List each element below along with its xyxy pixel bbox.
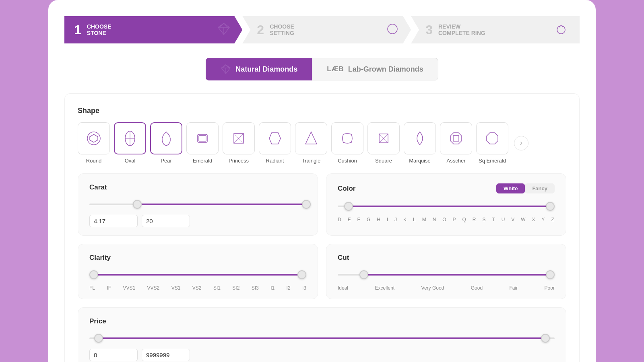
shape-box-radiant[interactable] xyxy=(259,122,291,154)
step-2-label: CHOOSE SETTING xyxy=(270,23,294,36)
step-3-label-top: REVIEW xyxy=(438,23,485,30)
carat-thumb-left[interactable] xyxy=(133,200,142,209)
shape-label-sq-emerald: Sq Emerald xyxy=(479,158,506,164)
cut-labels: IdealExcellentVery GoodGoodFairPoor xyxy=(338,285,555,291)
color-toggle-white[interactable]: White xyxy=(496,183,525,193)
lab-icon: LÆB xyxy=(327,65,344,73)
carat-inputs: 4.17 20 xyxy=(89,215,306,227)
color-track xyxy=(338,206,555,207)
shape-sq-emerald[interactable]: Sq Emerald xyxy=(476,122,508,164)
shape-label-cushion: Cushion xyxy=(338,158,357,164)
svg-point-1 xyxy=(557,26,565,34)
carat-fill xyxy=(137,204,306,205)
shape-triangle[interactable]: Traingle xyxy=(295,122,327,164)
shape-box-princess[interactable] xyxy=(223,122,255,154)
shape-box-emerald[interactable] xyxy=(186,122,219,154)
price-track xyxy=(89,337,555,339)
price-header: Price xyxy=(89,317,555,325)
shape-label-marquise: Marquise xyxy=(409,158,430,164)
shape-box-triangle[interactable] xyxy=(295,122,327,154)
lab-grown-diamonds-tab[interactable]: LÆB Lab-Grown Diamonds xyxy=(312,58,438,80)
cut-track xyxy=(338,274,555,276)
step-3[interactable]: 3 REVIEW COMPLETE RING xyxy=(411,16,580,43)
shape-radiant[interactable]: Radiant xyxy=(259,122,291,164)
color-thumb-right[interactable] xyxy=(546,202,555,211)
svg-rect-17 xyxy=(453,136,459,141)
natural-diamonds-tab[interactable]: Natural Diamonds xyxy=(206,58,312,80)
steps-bar: 1 CHOOSE STONE 2 CHOOSE SETTING xyxy=(64,16,580,43)
color-toggle-fancy[interactable]: Fancy xyxy=(525,183,555,193)
price-fill xyxy=(99,337,545,339)
carat-header: Carat xyxy=(89,183,306,191)
cut-header: Cut xyxy=(338,254,555,262)
shape-box-asscher[interactable] xyxy=(440,122,472,154)
shape-box-pear[interactable] xyxy=(150,122,182,154)
carat-thumb-right[interactable] xyxy=(302,200,311,209)
color-filter: Color White Fancy DEFGHIJKLMNOPQRSTUVWXY… xyxy=(326,173,566,236)
price-slider[interactable] xyxy=(89,333,555,344)
color-fill xyxy=(349,206,550,207)
color-title: Color xyxy=(338,185,355,193)
step-2-label-top: CHOOSE xyxy=(270,23,294,30)
shape-title: Shape xyxy=(78,107,566,115)
color-thumb-left[interactable] xyxy=(344,202,353,211)
cut-thumb-right[interactable] xyxy=(546,270,555,279)
shape-box-round[interactable] xyxy=(78,122,110,154)
shape-oval[interactable]: Oval xyxy=(114,122,146,164)
clarity-header: Clarity xyxy=(89,254,306,262)
shape-box-oval[interactable] xyxy=(114,122,146,154)
circle-icon xyxy=(385,22,400,38)
price-inputs: 0 9999999 xyxy=(89,349,555,361)
lab-grown-diamonds-label: Lab-Grown Diamonds xyxy=(348,65,423,74)
price-filter: Price 0 9999999 xyxy=(78,307,566,362)
svg-point-2 xyxy=(87,132,100,145)
shape-box-sq-emerald[interactable] xyxy=(476,122,508,154)
shape-round[interactable]: Round xyxy=(78,122,110,164)
shape-label-emerald: Emerald xyxy=(193,158,212,164)
shape-label-pear: Pear xyxy=(161,158,171,164)
step-3-label: REVIEW COMPLETE RING xyxy=(438,23,485,36)
carat-title: Carat xyxy=(89,183,107,191)
shape-asscher[interactable]: Asscher xyxy=(440,122,472,164)
price-thumb-right[interactable] xyxy=(541,334,550,343)
shapes-next-button[interactable]: › xyxy=(514,136,528,150)
svg-marker-11 xyxy=(269,133,281,144)
shape-box-square[interactable] xyxy=(367,122,400,154)
cut-slider[interactable] xyxy=(338,269,555,280)
price-max-input[interactable]: 9999999 xyxy=(142,349,190,361)
price-thumb-left[interactable] xyxy=(94,334,103,343)
color-slider[interactable] xyxy=(338,201,555,212)
clarity-fill xyxy=(94,274,302,276)
step-1-label-bot: STONE xyxy=(87,30,111,36)
clarity-thumb-left[interactable] xyxy=(89,270,98,279)
svg-marker-12 xyxy=(305,132,317,144)
shape-pear[interactable]: Pear xyxy=(150,122,182,164)
shape-label-princess: Princess xyxy=(229,158,249,164)
step-1-number: 1 xyxy=(74,23,81,36)
clarity-thumb-right[interactable] xyxy=(297,270,306,279)
clarity-slider[interactable] xyxy=(89,269,306,280)
step-2-number: 2 xyxy=(257,23,264,36)
carat-min-input[interactable]: 4.17 xyxy=(89,215,138,227)
diamond-icon xyxy=(217,22,231,38)
shape-box-cushion[interactable] xyxy=(331,122,363,154)
clarity-track xyxy=(89,274,306,276)
shapes-row: Round Oval Pear xyxy=(78,122,566,164)
shape-box-marquise[interactable] xyxy=(404,122,436,154)
shape-cushion[interactable]: Cushion xyxy=(331,122,363,164)
color-header: Color White Fancy xyxy=(338,183,555,193)
cut-filter: Cut IdealExcellentVery GoodGoodFairPoor xyxy=(326,244,566,299)
shape-marquise[interactable]: Marquise xyxy=(404,122,436,164)
step-2[interactable]: 2 CHOOSE SETTING xyxy=(242,16,411,43)
step-1[interactable]: 1 CHOOSE STONE xyxy=(64,16,242,43)
carat-slider[interactable] xyxy=(89,199,306,210)
cut-thumb-left[interactable] xyxy=(359,270,368,279)
carat-max-input[interactable]: 20 xyxy=(142,215,190,227)
shape-princess[interactable]: Princess xyxy=(223,122,255,164)
step-3-label-bot: COMPLETE RING xyxy=(438,30,485,36)
shape-emerald[interactable]: Emerald xyxy=(186,122,219,164)
svg-rect-7 xyxy=(199,136,206,141)
color-labels: DEFGHIJKLMNOPQRSTUVWXYZ xyxy=(338,217,555,222)
price-min-input[interactable]: 0 xyxy=(89,349,138,361)
shape-square[interactable]: Square xyxy=(367,122,400,164)
